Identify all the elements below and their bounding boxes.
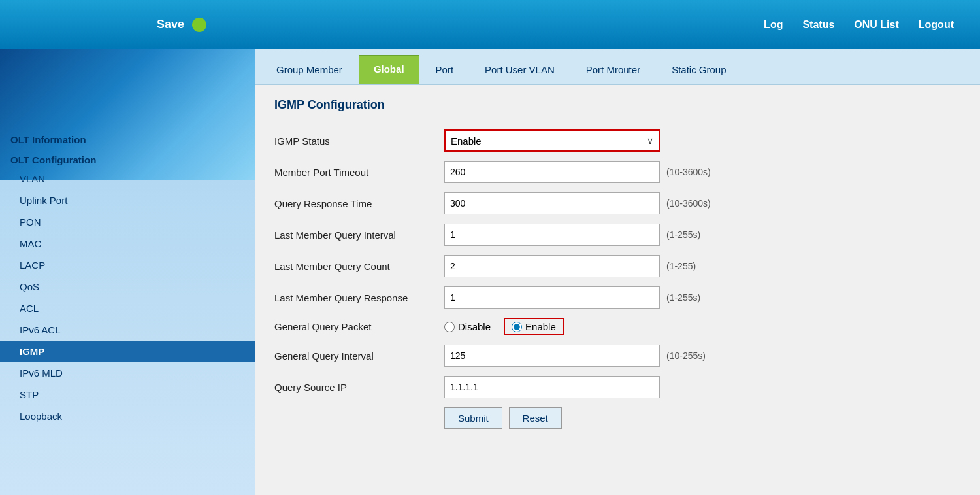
onu-list-link[interactable]: ONU List: [854, 19, 898, 31]
sidebar-item-stp[interactable]: STP: [0, 384, 255, 405]
general-query-packet-radio-group: Disable Enable: [444, 318, 660, 335]
sidebar-item-olt-configuration[interactable]: OLT Configuration: [0, 148, 255, 168]
tab-global[interactable]: Global: [359, 55, 419, 84]
query-response-time-label: Query Response Time: [274, 188, 444, 219]
content-area: Group Member Global Port Port User VLAN …: [255, 49, 980, 495]
top-nav: Log Status ONU List Logout: [764, 19, 954, 31]
tab-port[interactable]: Port: [421, 55, 469, 84]
general-query-packet-enable-radio[interactable]: [512, 322, 522, 332]
tab-group-member[interactable]: Group Member: [261, 55, 357, 84]
sidebar-content: OLT Information OLT Configuration VLAN U…: [0, 49, 255, 427]
igmp-status-label: IGMP Status: [274, 125, 444, 156]
member-port-timeout-hint: (10-3600s): [666, 156, 717, 188]
form-area: IGMP Configuration IGMP Status Enable Di…: [255, 85, 980, 447]
last-member-query-interval-field[interactable]: [444, 219, 666, 250]
general-query-packet-field[interactable]: Disable Enable: [444, 313, 666, 340]
last-member-query-count-input[interactable]: [444, 255, 660, 277]
last-member-query-interval-label: Last Member Query Interval: [274, 219, 444, 250]
last-member-query-response-label: Last Member Query Response: [274, 282, 444, 313]
general-query-packet-row: General Query Packet Disable: [274, 313, 717, 340]
last-member-query-interval-hint: (1-255s): [666, 219, 717, 250]
main-layout: OLT Information OLT Configuration VLAN U…: [0, 49, 980, 495]
query-source-ip-label: Query Source IP: [274, 371, 444, 403]
igmp-status-field[interactable]: Enable Disable: [444, 125, 666, 156]
general-query-packet-disable-label: Disable: [458, 321, 491, 332]
log-link[interactable]: Log: [764, 19, 783, 31]
query-response-time-input[interactable]: [444, 192, 660, 214]
query-source-ip-field[interactable]: [444, 371, 666, 403]
reset-button[interactable]: Reset: [509, 407, 562, 429]
igmp-status-hint: [666, 125, 717, 156]
general-query-packet-label: General Query Packet: [274, 313, 444, 340]
query-source-ip-row: Query Source IP: [274, 371, 717, 403]
sidebar-item-ipv6-acl[interactable]: IPv6 ACL: [0, 319, 255, 341]
general-query-packet-enable-bordered: Enable: [504, 318, 564, 335]
sidebar-item-qos[interactable]: QoS: [0, 276, 255, 298]
member-port-timeout-row: Member Port Timeout (10-3600s): [274, 156, 717, 188]
last-member-query-response-row: Last Member Query Response (1-255s): [274, 282, 717, 313]
logout-link[interactable]: Logout: [919, 19, 954, 31]
member-port-timeout-label: Member Port Timeout: [274, 156, 444, 188]
general-query-interval-input[interactable]: [444, 345, 660, 367]
sidebar-item-mac[interactable]: MAC: [0, 233, 255, 254]
last-member-query-count-hint: (1-255): [666, 250, 717, 282]
save-label[interactable]: Save: [157, 18, 184, 31]
general-query-packet-enable-label: Enable: [525, 321, 556, 332]
last-member-query-count-label: Last Member Query Count: [274, 250, 444, 282]
sidebar-item-vlan[interactable]: VLAN: [0, 168, 255, 190]
member-port-timeout-input[interactable]: [444, 161, 660, 183]
form-title: IGMP Configuration: [274, 98, 960, 112]
general-query-packet-disable-option[interactable]: Disable: [444, 321, 491, 332]
last-member-query-count-field[interactable]: [444, 250, 666, 282]
last-member-query-count-row: Last Member Query Count (1-255): [274, 250, 717, 282]
top-bar: Save Log Status ONU List Logout: [0, 0, 980, 49]
status-link[interactable]: Status: [802, 19, 834, 31]
tab-static-group[interactable]: Static Group: [657, 55, 741, 84]
general-query-interval-hint: (10-255s): [666, 340, 717, 371]
sidebar-item-pon[interactable]: PON: [0, 211, 255, 233]
general-query-packet-hint: [666, 313, 717, 340]
last-member-query-response-input[interactable]: [444, 286, 660, 309]
query-response-time-hint: (10-3600s): [666, 188, 717, 219]
sidebar-item-olt-information[interactable]: OLT Information: [0, 128, 255, 148]
tab-bar: Group Member Global Port Port User VLAN …: [255, 49, 980, 85]
general-query-interval-row: General Query Interval (10-255s): [274, 340, 717, 371]
query-response-time-field[interactable]: [444, 188, 666, 219]
query-source-ip-input[interactable]: [444, 376, 660, 398]
last-member-query-interval-row: Last Member Query Interval (1-255s): [274, 219, 717, 250]
top-bar-left: Save: [157, 18, 206, 32]
sidebar-item-loopback[interactable]: Loopback: [0, 405, 255, 427]
status-indicator: [192, 18, 206, 32]
sidebar-item-ipv6-mld[interactable]: IPv6 MLD: [0, 362, 255, 384]
sidebar-item-lacp[interactable]: LACP: [0, 254, 255, 276]
general-query-packet-enable-option[interactable]: Enable: [512, 321, 556, 332]
query-response-time-row: Query Response Time (10-3600s): [274, 188, 717, 219]
general-query-interval-field[interactable]: [444, 340, 666, 371]
sidebar-item-igmp[interactable]: IGMP: [0, 341, 255, 362]
igmp-status-select-wrapper[interactable]: Enable Disable: [444, 129, 660, 152]
igmp-status-row: IGMP Status Enable Disable: [274, 125, 717, 156]
sidebar: OLT Information OLT Configuration VLAN U…: [0, 49, 255, 495]
general-query-interval-label: General Query Interval: [274, 340, 444, 371]
last-member-query-interval-input[interactable]: [444, 224, 660, 246]
button-row: Submit Reset: [274, 403, 717, 434]
member-port-timeout-field[interactable]: [444, 156, 666, 188]
igmp-status-select[interactable]: Enable Disable: [444, 129, 660, 152]
tab-port-user-vlan[interactable]: Port User VLAN: [470, 55, 570, 84]
tab-port-mrouter[interactable]: Port Mrouter: [571, 55, 655, 84]
general-query-packet-disable-radio[interactable]: [444, 322, 455, 332]
submit-button[interactable]: Submit: [444, 407, 502, 429]
last-member-query-response-field[interactable]: [444, 282, 666, 313]
last-member-query-response-hint: (1-255s): [666, 282, 717, 313]
query-source-ip-hint: [666, 371, 717, 403]
config-table: IGMP Status Enable Disable: [274, 125, 717, 434]
sidebar-item-acl[interactable]: ACL: [0, 298, 255, 319]
sidebar-item-uplink-port[interactable]: Uplink Port: [0, 190, 255, 211]
